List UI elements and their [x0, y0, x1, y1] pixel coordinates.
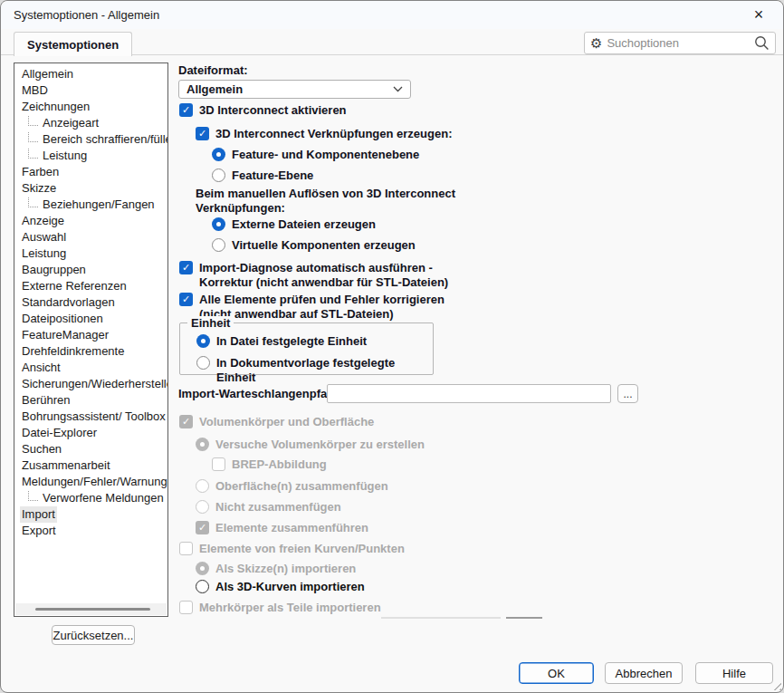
tab-systemoptionen[interactable]: Systemoptionen [14, 32, 132, 56]
checkbox-checked-icon[interactable]: ✓ [179, 293, 193, 306]
fileformat-selected-value: Allgemein [186, 82, 243, 96]
sidebar-item-zusammenarbeit[interactable]: Zusammenarbeit [14, 457, 167, 474]
help-button-label: Hilfe [722, 667, 746, 680]
checkbox-checked-icon[interactable]: ✓ [179, 261, 193, 274]
sidebar-item-sicherungen-wiederherstellen[interactable]: Sicherungen/Wiederherstellen [14, 376, 167, 392]
sidebar-item-import[interactable]: Import [14, 506, 167, 523]
horizontal-scrollbar[interactable] [15, 603, 167, 615]
checkbox-3d-interconnect[interactable]: ✓ 3D Interconnect aktivieren [179, 103, 347, 118]
chevron-down-icon [393, 86, 403, 92]
search-box[interactable]: ⚙ [584, 32, 776, 54]
sidebar-item-bohrungsassistent-toolbox[interactable]: Bohrungsassistent/ Toolbox [14, 409, 167, 425]
radio-unselected-icon[interactable] [212, 168, 225, 182]
checkbox-checked-icon[interactable]: ✓ [179, 103, 193, 117]
sidebar-item-externe-referenzen[interactable]: Externe Referenzen [14, 278, 167, 294]
ok-button-label: OK [548, 667, 565, 680]
sidebar-item-standardvorlagen[interactable]: Standardvorlagen [14, 294, 167, 311]
radio-label: Externe Dateien erzeugen [232, 217, 376, 232]
sidebar-item-baugruppen[interactable]: Baugruppen [14, 262, 167, 278]
radio-selected-icon[interactable] [196, 334, 210, 348]
radio-nicht-zusammenfuegen: Nicht zusammenfügen [196, 500, 341, 515]
checkbox-checked-icon[interactable]: ✓ [196, 127, 209, 140]
queue-path-input[interactable] [327, 384, 611, 403]
checkbox-checked-icon: ✓ [179, 415, 193, 428]
radio-feature-komponentenebene[interactable]: Feature- und Komponentenebene [212, 148, 419, 162]
radio-als-3d-kurven[interactable]: Als 3D-Kurven importieren [196, 580, 365, 594]
radio-virtuelle-komponenten[interactable]: Virtuelle Komponenten erzeugen [212, 238, 416, 253]
sidebar-item-label: Drehfeldinkremente [20, 343, 126, 360]
radio-unselected-icon[interactable] [196, 356, 210, 370]
sidebar-item-label: Auswahl [20, 229, 68, 245]
sidebar-item-export[interactable]: Export [14, 523, 167, 539]
radio-in-datei[interactable]: In Datei festgelegte Einheit [196, 334, 367, 349]
radio-unselected-icon[interactable] [212, 238, 225, 252]
sidebar-item-featuremanager[interactable]: FeatureManager [14, 327, 167, 343]
cancel-button[interactable]: Abbrechen [605, 662, 683, 684]
tree-branch-icon [28, 132, 38, 142]
ok-button[interactable]: OK [519, 662, 594, 684]
radio-unselected-icon[interactable] [196, 580, 209, 593]
sidebar-item-label: Externe Referenzen [20, 278, 129, 294]
checkbox-checked-icon: ✓ [196, 521, 209, 534]
checkbox-unchecked-icon [179, 601, 193, 614]
radio-versuche-volumenkoerper: Versuche Volumenkörper zu erstellen [196, 438, 425, 452]
close-button[interactable]: × [743, 4, 774, 26]
radio-label: Feature- und Komponentenebene [232, 148, 419, 162]
radio-label: Nicht zusammenfügen [215, 500, 341, 515]
radio-feature-ebene[interactable]: Feature-Ebene [212, 168, 313, 183]
manual-resolve-label: Beim manuellen Auflösen von 3D Interconn… [196, 187, 467, 215]
sidebar-item-leistung[interactable]: Leistung [14, 245, 167, 262]
sidebar-item-ber-hren[interactable]: Berühren [14, 392, 167, 409]
checkbox-label: Elemente von freien Kurven/Punkten [199, 542, 405, 556]
radio-label: Als 3D-Kurven importieren [215, 580, 365, 594]
sidebar-item-label: Farben [20, 164, 61, 180]
help-button[interactable]: Hilfe [695, 662, 773, 684]
sidebar-item-bereich-schraffieren-f-llen[interactable]: Bereich schraffieren/füllen [14, 131, 167, 148]
sidebar-item-ansicht[interactable]: Ansicht [14, 360, 167, 376]
sidebar-item-datei-explorer[interactable]: Datei-Explorer [14, 425, 167, 441]
browse-button[interactable]: ... [617, 384, 638, 403]
sidebar-item-label: Leistung [41, 148, 89, 164]
sidebar-item-beziehungen-fangen[interactable]: Beziehungen/Fangen [14, 197, 167, 213]
checkbox-unchecked-icon [179, 542, 193, 555]
radio-selected-icon[interactable] [212, 217, 225, 231]
radio-selected-icon[interactable] [212, 148, 225, 161]
sidebar-item-label: Anzeige [20, 213, 66, 229]
fileformat-dropdown[interactable]: Allgemein [178, 80, 411, 99]
sidebar-item-auswahl[interactable]: Auswahl [14, 229, 167, 245]
sidebar-item-farben[interactable]: Farben [14, 164, 167, 180]
sidebar-item-label: Beziehungen/Fangen [41, 197, 157, 213]
gear-icon[interactable]: ⚙ [590, 36, 602, 50]
checkbox-import-diagnose[interactable]: ✓ Import-Diagnose automatisch ausführen … [179, 261, 451, 289]
sidebar-item-anzeige[interactable]: Anzeige [14, 213, 167, 229]
sidebar-item-drehfeldinkremente[interactable]: Drehfeldinkremente [14, 343, 167, 360]
sidebar-item-label: Suchen [20, 441, 63, 457]
sidebar-item-dateipositionen[interactable]: Dateipositionen [14, 311, 167, 327]
scrollbar-thumb[interactable] [35, 608, 150, 611]
checkbox-label: Volumenkörper und Oberfläche [199, 415, 374, 429]
sidebar-item-leistung[interactable]: Leistung [14, 148, 167, 164]
reset-button-label: Zurücksetzen... [53, 629, 134, 642]
search-input[interactable] [607, 36, 750, 50]
checkbox-mehrkoerper: Mehrkörper als Teile importieren [179, 601, 381, 615]
tree-branch-icon [28, 197, 38, 207]
reset-button[interactable]: Zurücksetzen... [52, 625, 135, 645]
checkbox-label: Elemente zusammenführen [215, 521, 368, 535]
sidebar-item-verworfene-meldungen[interactable]: Verworfene Meldungen [14, 490, 167, 506]
browse-button-label: ... [623, 388, 632, 400]
checkbox-interconnect-verknuepfungen[interactable]: ✓ 3D Interconnect Verknüpfungen erzeugen… [196, 127, 453, 141]
radio-externe-dateien[interactable]: Externe Dateien erzeugen [212, 217, 376, 232]
radio-in-dokumentvorlage[interactable]: In Dokumentvorlage festgelegte Einheit [196, 356, 433, 384]
sidebar-item-allgemein[interactable]: Allgemein [14, 66, 167, 82]
sidebar-item-skizze[interactable]: Skizze [14, 180, 167, 197]
sidebar-item-mbd[interactable]: MBD [14, 82, 167, 99]
radio-unselected-icon [196, 500, 209, 514]
fileformat-label: Dateiformat: [178, 63, 248, 77]
sidebar-item-anzeigeart[interactable]: Anzeigeart [14, 115, 167, 131]
sidebar-item-suchen[interactable]: Suchen [14, 441, 167, 457]
sidebar-item-meldungen-fehler-warnungen[interactable]: Meldungen/Fehler/Warnungen [14, 474, 167, 490]
sidebar-item-label: Leistung [20, 245, 68, 262]
radio-selected-icon [196, 562, 209, 575]
search-icon[interactable] [754, 35, 770, 51]
sidebar-item-zeichnungen[interactable]: Zeichnungen [14, 99, 167, 115]
